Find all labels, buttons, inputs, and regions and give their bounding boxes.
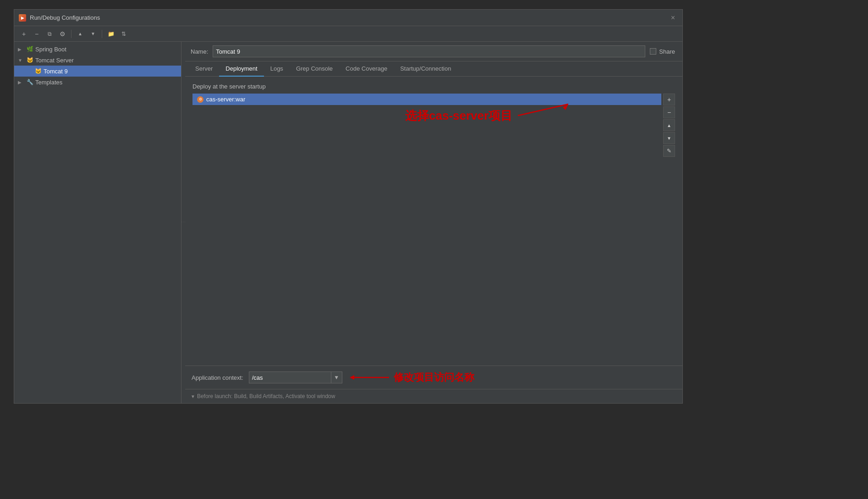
- bottom-arrow-container: [348, 373, 394, 382]
- deploy-item-label: cas-server:war: [206, 96, 245, 103]
- right-panel: Name: Share Server Deployment Logs: [185, 42, 682, 403]
- svg-marker-3: [350, 375, 354, 380]
- deploy-item-cas-server-war[interactable]: ⚙ cas-server:war: [192, 94, 661, 105]
- add-config-button[interactable]: +: [18, 28, 30, 39]
- folder-button[interactable]: 📁: [105, 28, 117, 39]
- app-context-field: ▼: [249, 371, 342, 383]
- spring-boot-icon: 🌿: [26, 45, 33, 53]
- close-button[interactable]: ×: [668, 13, 678, 23]
- bottom-arrow-svg: [348, 373, 394, 382]
- before-launch-label: Before launch: Build, Build Artifacts, A…: [197, 393, 335, 399]
- copy-config-button[interactable]: ⧉: [44, 28, 55, 39]
- templates-label: Templates: [35, 79, 62, 86]
- deploy-remove-button[interactable]: −: [663, 106, 675, 118]
- divider-handle[interactable]: ⋮: [181, 42, 185, 403]
- share-checkbox[interactable]: [650, 48, 656, 55]
- tree-arrow-spring-boot: ▶: [18, 47, 24, 52]
- deploy-down-button[interactable]: ▼: [663, 132, 675, 144]
- tabs: Server Deployment Logs Grep Console Code…: [185, 61, 682, 77]
- run-debug-configurations-window: ▶ Run/Debug Configurations × + − ⧉ ⚙ ▲ ▼…: [14, 9, 683, 404]
- name-bar: Name: Share: [185, 42, 682, 61]
- bottom-annotation: 修改项目访问名称: [348, 371, 474, 384]
- spring-boot-label: Spring Boot: [35, 46, 66, 53]
- deploy-items-area: ⚙ cas-server:war: [192, 94, 661, 157]
- tab-server[interactable]: Server: [189, 61, 219, 77]
- name-input[interactable]: [213, 45, 645, 57]
- main-content: ▶ 🌿 Spring Boot ▼ 🐱 Tomcat Server 🐱 Tomc…: [14, 42, 682, 403]
- deploy-edit-button[interactable]: ✎: [663, 145, 675, 157]
- share-row: Share: [650, 48, 675, 55]
- app-context-dropdown[interactable]: ▼: [331, 371, 342, 383]
- deploy-add-button[interactable]: +: [663, 94, 675, 105]
- tab-deployment[interactable]: Deployment: [219, 61, 264, 77]
- share-label: Share: [659, 48, 675, 55]
- sidebar-item-tomcat-9[interactable]: 🐱 Tomcat 9: [14, 66, 181, 77]
- sidebar-item-spring-boot[interactable]: ▶ 🌿 Spring Boot: [14, 44, 181, 55]
- war-icon: ⚙: [197, 96, 203, 103]
- tomcat-server-label: Tomcat Server: [35, 57, 74, 64]
- sort-button[interactable]: ⇅: [118, 28, 130, 39]
- settings-button[interactable]: ⚙: [56, 28, 68, 39]
- deploy-side-buttons: + − ▲ ▼ ✎: [663, 94, 675, 157]
- toolbar-separator: [71, 30, 71, 38]
- bottom-annotation-text: 修改项目访问名称: [394, 371, 474, 384]
- tomcat-9-icon: 🐱: [34, 67, 42, 75]
- deploy-list-container: ⚙ cas-server:war + − ▲ ▼ ✎: [192, 94, 675, 157]
- before-launch-arrow: ▼: [191, 394, 195, 399]
- tree-arrow-tomcat-server: ▼: [18, 58, 24, 63]
- window-icon: ▶: [19, 14, 26, 22]
- sidebar: ▶ 🌿 Spring Boot ▼ 🐱 Tomcat Server 🐱 Tomc…: [14, 42, 181, 403]
- tab-logs[interactable]: Logs: [264, 61, 290, 77]
- tree-arrow-templates: ▶: [18, 80, 24, 85]
- toolbar-separator-2: [102, 30, 102, 38]
- tab-grep-console[interactable]: Grep Console: [290, 61, 339, 77]
- titlebar: ▶ Run/Debug Configurations ×: [14, 10, 682, 26]
- remove-config-button[interactable]: −: [31, 28, 43, 39]
- move-down-button[interactable]: ▼: [87, 28, 99, 39]
- tab-code-coverage[interactable]: Code Coverage: [339, 61, 394, 77]
- templates-icon: 🔧: [26, 78, 33, 86]
- sidebar-item-tomcat-server[interactable]: ▼ 🐱 Tomcat Server: [14, 55, 181, 66]
- deploy-up-button[interactable]: ▲: [663, 119, 675, 131]
- deploy-label: Deploy at the server startup: [192, 83, 675, 90]
- sidebar-item-templates[interactable]: ▶ 🔧 Templates: [14, 77, 181, 88]
- before-launch-section[interactable]: ▼ Before launch: Build, Build Artifacts,…: [185, 389, 682, 403]
- tomcat-9-label: Tomcat 9: [44, 68, 68, 75]
- window-title: Run/Debug Configurations: [30, 14, 665, 21]
- app-context-label: Application context:: [192, 374, 243, 381]
- toolbar: + − ⧉ ⚙ ▲ ▼ 📁 ⇅: [14, 26, 682, 42]
- tab-content-deployment: Deploy at the server startup ⚙ cas-serve…: [185, 77, 682, 366]
- tab-startup-connection[interactable]: Startup/Connection: [394, 61, 457, 77]
- app-context-input[interactable]: [249, 371, 331, 383]
- move-up-button[interactable]: ▲: [74, 28, 86, 39]
- tomcat-server-icon: 🐱: [26, 56, 33, 64]
- name-label: Name:: [191, 48, 208, 55]
- bottom-section: Application context: ▼ 修改项目访问名称: [185, 366, 682, 389]
